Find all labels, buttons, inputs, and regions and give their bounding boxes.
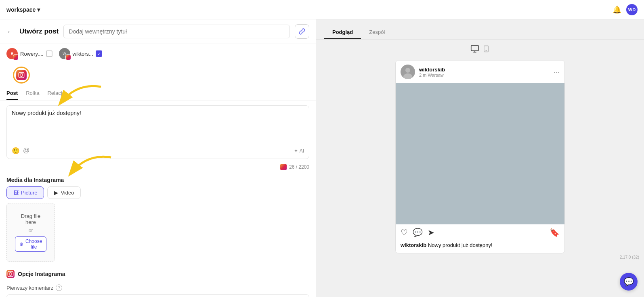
instagram-circle-highlight — [13, 67, 30, 84]
char-count-row: 26 / 2200 — [0, 164, 316, 174]
instagram-options-row: Opcje Instagrama — [0, 267, 316, 281]
svg-rect-7 — [471, 46, 478, 51]
svg-point-2 — [23, 73, 23, 74]
ai-icon: ✦ — [294, 148, 298, 154]
account-name-wiktors: wiktors... — [73, 51, 93, 57]
workspace-dropdown[interactable]: workspace ▾ — [6, 6, 40, 13]
instagram-badge-rowery — [13, 54, 19, 60]
ai-label: AI — [300, 148, 304, 154]
char-count-display: 26 / 2200 — [289, 164, 309, 170]
mention-icon[interactable]: @ — [23, 147, 29, 155]
picture-tab-label: Picture — [21, 190, 37, 196]
instagram-options-label: Opcje Instagrama — [18, 271, 65, 277]
preview-username: wiktorskib — [419, 67, 550, 73]
account-name-rowery: Rowery.... — [20, 51, 44, 57]
post-preview-caption: wiktorskib Nowy produkt już dostępny! — [396, 241, 564, 253]
account-checkbox-rowery[interactable] — [46, 50, 52, 57]
account-item-rowery[interactable]: R Rowery.... — [6, 48, 52, 59]
user-avatar[interactable]: WD — [626, 4, 638, 15]
tab-relacja[interactable]: Relacja — [47, 87, 65, 100]
video-tab-label: Video — [61, 190, 74, 196]
preview-meta: 2 m Warsaw — [419, 73, 550, 77]
post-type-tabs: Post Rolka Relacja — [0, 87, 316, 100]
preview-caption-username: wiktorskib — [401, 242, 426, 248]
media-tab-picture[interactable]: 🖼 Picture — [6, 186, 44, 199]
media-section-title: Media dla Instagrama — [0, 174, 316, 186]
post-preview-header: wiktorskib 2 m Warsaw ··· — [396, 61, 564, 83]
or-text: or — [15, 228, 46, 233]
tab-post[interactable]: Post — [6, 87, 18, 100]
accounts-row: R Rowery.... W wiktors... ✓ — [0, 44, 316, 63]
desktop-view-button[interactable] — [470, 44, 479, 55]
tab-rolka[interactable]: Rolka — [26, 87, 39, 100]
comment-icon[interactable]: 💬 — [413, 228, 423, 237]
post-text-input[interactable]: Nowy produkt już dostępny! — [12, 110, 304, 142]
video-icon: ▶ — [54, 190, 58, 196]
svg-rect-0 — [19, 72, 24, 77]
media-type-tabs: 🖼 Picture ▶ Video — [0, 186, 316, 203]
preview-tab-podglad[interactable]: Podgląd — [324, 26, 361, 39]
svg-point-11 — [405, 68, 410, 73]
media-section: Media dla Instagrama 🖼 Picture ▶ Video D… — [0, 174, 316, 267]
account-item-wiktors[interactable]: W wiktors... ✓ — [59, 48, 102, 59]
instagram-icon — [16, 70, 27, 80]
account-avatar-rowery: R — [6, 48, 18, 59]
post-preview-image — [396, 83, 564, 224]
emoji-toolbar: 🙂 @ — [12, 147, 29, 155]
page-title: Utwórz post — [19, 27, 59, 36]
preview-tabs: Podgląd Zespół — [316, 19, 644, 40]
choose-file-button[interactable]: ⊕ Choose file — [15, 236, 46, 252]
media-tab-video[interactable]: ▶ Video — [47, 186, 81, 199]
textarea-footer: 🙂 @ ✦ AI — [12, 147, 304, 155]
preview-container: wiktorskib 2 m Warsaw ··· ♡ 💬 ➤ 🔖 — [316, 60, 644, 253]
first-comment-row: Pierwszy komentarz ? — [0, 281, 316, 293]
device-toggle-row — [316, 40, 644, 60]
first-comment-help-icon[interactable]: ? — [56, 284, 62, 291]
post-preview-actions: ♡ 💬 ➤ 🔖 — [396, 224, 564, 241]
notification-bell-icon[interactable]: 🔔 — [613, 5, 621, 14]
instagram-options-icon — [6, 270, 15, 278]
mobile-view-button[interactable] — [482, 44, 490, 55]
preview-location: Warsaw — [428, 73, 443, 77]
first-comment-input[interactable] — [6, 294, 309, 297]
preview-caption-text: Nowy produkt już dostępny! — [428, 242, 493, 248]
right-panel: Podgląd Zespół — [316, 19, 644, 297]
svg-rect-3 — [8, 271, 13, 276]
ai-button[interactable]: ✦ AI — [294, 148, 304, 154]
workspace-label: workspace — [6, 6, 36, 13]
chat-bubble-button[interactable]: 💬 — [620, 273, 638, 291]
instagram-badge-wiktors — [65, 54, 71, 60]
post-text-container: Nowy produkt już dostępny! 🙂 @ ✦ AI — [6, 105, 309, 159]
more-options-icon[interactable]: ··· — [554, 68, 560, 76]
first-comment-label: Pierwszy komentarz — [6, 285, 53, 291]
chevron-down-icon: ▾ — [37, 6, 40, 13]
share-icon[interactable]: ➤ — [428, 228, 434, 237]
emoji-icon[interactable]: 🙂 — [12, 147, 20, 155]
choose-file-label: Choose file — [25, 238, 42, 250]
back-button[interactable]: ← — [6, 27, 15, 36]
link-icon-button[interactable] — [295, 24, 309, 39]
preview-time: 2 m — [419, 73, 426, 77]
file-drop-zone[interactable]: Drag file here or ⊕ Choose file — [6, 203, 55, 262]
preview-user-info: wiktorskib 2 m Warsaw — [419, 67, 550, 77]
internal-title-input[interactable] — [63, 25, 290, 38]
post-header: ← Utwórz post — [0, 19, 316, 44]
left-panel: ← Utwórz post R Rowery.... — [0, 19, 316, 297]
topbar: workspace ▾ 🔔 WD — [0, 0, 644, 19]
main-layout: ← Utwórz post R Rowery.... — [0, 19, 644, 297]
preview-user-avatar — [401, 65, 415, 79]
chat-bubble-icon: 💬 — [624, 277, 634, 287]
bookmark-icon[interactable]: 🔖 — [550, 228, 560, 237]
version-info: 2.17.0 (32) — [316, 253, 644, 261]
account-checkbox-wiktors[interactable]: ✓ — [96, 50, 102, 57]
instagram-char-count-icon — [280, 164, 287, 170]
picture-icon: 🖼 — [13, 190, 19, 196]
drag-file-text: Drag file here — [15, 213, 46, 225]
platform-icon-row — [0, 63, 316, 87]
svg-point-4 — [9, 273, 12, 276]
like-icon[interactable]: ♡ — [401, 228, 408, 237]
preview-tab-zespol[interactable]: Zespół — [361, 26, 393, 39]
svg-point-5 — [12, 272, 12, 273]
svg-point-9 — [486, 50, 487, 51]
svg-point-1 — [20, 74, 23, 77]
